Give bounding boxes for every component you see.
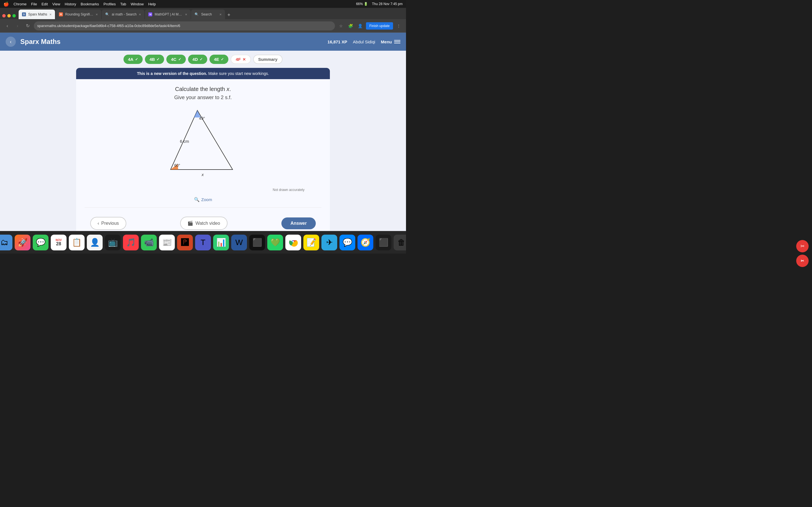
close-window-btn[interactable] — [2, 14, 6, 17]
tab-close-aisearch[interactable]: ✕ — [139, 13, 141, 16]
menu-button[interactable]: Menu — [381, 40, 400, 44]
tab-close-rounding[interactable]: ✕ — [96, 13, 98, 16]
task-tabs: 4A ✓ 4B ✓ 4C ✓ 4D ✓ 4E ✓ 4F ✕ Summary — [0, 51, 406, 68]
dock-notes[interactable]: 📝 — [303, 235, 319, 250]
tab-search[interactable]: 🔍 Search ✕ — [191, 10, 225, 19]
watch-video-label: Watch video — [195, 221, 220, 226]
tab-4b[interactable]: 4B ✓ — [145, 55, 164, 64]
tab-4e-label: 4E — [214, 57, 219, 62]
tab-4a-label: 4A — [128, 57, 133, 62]
dock-news[interactable]: 📰 — [159, 235, 175, 250]
dock-chrome[interactable] — [285, 235, 301, 250]
dock-word[interactable]: W — [231, 235, 247, 250]
bottom-nav: ‹ Previous 🎬 Watch video Answer — [85, 212, 321, 231]
finish-update-button[interactable]: Finish update — [366, 22, 393, 30]
check-icon-4b: ✓ — [156, 57, 160, 61]
dock-music[interactable]: 🎵 — [123, 235, 139, 250]
user-name: Abdul Sidiqi — [353, 40, 375, 44]
tab-title-sparx: Sparx Maths — [28, 12, 47, 16]
previous-button[interactable]: ‹ Previous — [90, 217, 126, 230]
tab-4d[interactable]: 4D ✓ — [188, 55, 207, 64]
menu-help[interactable]: Help — [148, 2, 156, 6]
zoom-label: Zoom — [201, 197, 212, 202]
tab-close-mathgpt[interactable]: ✕ — [185, 13, 187, 16]
answer-button[interactable]: Answer — [282, 217, 316, 229]
dock-reminders[interactable]: 📋 — [69, 235, 85, 250]
tab-favicon-search: 🔍 — [195, 12, 199, 16]
forward-button[interactable]: › — [13, 22, 21, 30]
dock-numbers[interactable]: 📊 — [213, 235, 229, 250]
dock-messages[interactable]: 💬 — [33, 235, 49, 250]
apple-menu[interactable]: 🍎 — [3, 1, 9, 7]
tab-4c[interactable]: 4C ✓ — [166, 55, 186, 64]
reload-button[interactable]: ↻ — [24, 22, 32, 30]
menu-bookmarks[interactable]: Bookmarks — [81, 2, 99, 6]
dock-whatsapp[interactable]: 💚 — [267, 235, 283, 250]
main-content: This is a new version of the question. M… — [0, 68, 406, 231]
bookmark-button[interactable]: ☆ — [337, 22, 345, 30]
menu-window[interactable]: Window — [131, 2, 144, 6]
tab-title-rounding: Rounding Significant Figures... — [65, 12, 93, 16]
cross-icon-4f: ✕ — [243, 57, 246, 62]
dock-safari[interactable]: 🧭 — [357, 235, 373, 250]
video-icon: 🎬 — [188, 221, 193, 226]
maximize-window-btn[interactable] — [12, 14, 16, 17]
menu-history[interactable]: History — [65, 2, 76, 6]
menu-file[interactable]: File — [31, 2, 37, 6]
mac-os-bar: 🍎 Chrome File Edit View History Bookmark… — [0, 0, 406, 8]
check-icon-4d: ✓ — [200, 57, 203, 61]
tab-sparx-maths[interactable]: S Sparx Maths ✕ — [18, 10, 55, 19]
dock: 🗂 🚀 💬 NOV28 📋 👤 📺 🎵 📹 📰 🅿 T 📊 W ⬛ 💚 📝 ✈ … — [0, 231, 406, 253]
back-button[interactable]: ‹ — [3, 22, 11, 30]
tab-4b-label: 4B — [149, 57, 155, 62]
minimize-window-btn[interactable] — [7, 14, 11, 17]
tab-title-mathgpt: MathGPT | AI Math Solver &... — [154, 12, 183, 16]
tab-summary[interactable]: Summary — [253, 55, 283, 64]
zoom-button[interactable]: 🔍 Zoom — [85, 197, 321, 202]
tab-mathgpt[interactable]: M MathGPT | AI Math Solver &... ✕ — [145, 10, 191, 19]
bottom-side-label: x — [201, 172, 204, 177]
dock-launchpad[interactable]: 🚀 — [15, 235, 31, 250]
browser-actions: ☆ 🧩 👤 Finish update ⋮ — [337, 22, 403, 30]
dock-roblox[interactable]: ⬛ — [249, 235, 265, 250]
dock-teams[interactable]: T — [195, 235, 211, 250]
tab-favicon-sparx: S — [22, 12, 26, 16]
mac-bar-right: 66% 🔋 Thu 28 Nov 7:45 pm — [356, 2, 403, 6]
address-bar: ‹ › ↻ ☆ 🧩 👤 Finish update ⋮ — [0, 19, 406, 33]
dock-trash[interactable]: 🗑 — [394, 235, 406, 250]
watch-video-button[interactable]: 🎬 Watch video — [180, 217, 227, 230]
url-input[interactable] — [34, 21, 335, 31]
tab-close-sparx[interactable]: ✕ — [49, 13, 52, 16]
dock-contacts[interactable]: 👤 — [87, 235, 103, 250]
tab-favicon-aisearch: 🔍 — [105, 12, 109, 16]
menu-profiles[interactable]: Profiles — [103, 2, 116, 6]
dock-telegram[interactable]: ✈ — [321, 235, 337, 250]
question-body: Calculate the length x. Give your answer… — [76, 79, 330, 231]
tab-4a[interactable]: 4A ✓ — [123, 55, 143, 64]
dock-facetime[interactable]: 📹 — [141, 235, 157, 250]
tab-aisearch[interactable]: 🔍 ai math - Search ✕ — [102, 10, 144, 19]
check-icon-4e: ✓ — [221, 57, 224, 61]
extensions-button[interactable]: 🧩 — [347, 22, 355, 30]
back-navigation-button[interactable]: ‹ — [6, 37, 16, 47]
tab-close-search[interactable]: ✕ — [219, 13, 221, 16]
tab-4e[interactable]: 4E ✓ — [209, 55, 229, 64]
tab-4f-label: 4F — [236, 57, 241, 62]
dock-calendar[interactable]: NOV28 — [51, 235, 66, 250]
tab-4f[interactable]: 4F ✕ — [231, 55, 251, 64]
menu-tab[interactable]: Tab — [120, 2, 126, 6]
dock-terminal[interactable]: ⬛ — [375, 235, 391, 250]
dock-appletv[interactable]: 📺 — [105, 235, 121, 250]
profile-button[interactable]: 👤 — [356, 22, 364, 30]
dock-messenger[interactable]: 💬 — [340, 235, 355, 250]
menu-view[interactable]: View — [52, 2, 60, 6]
dock-finder[interactable]: 🗂 — [0, 235, 12, 250]
new-tab-button[interactable]: + — [225, 12, 232, 18]
side-label: 6 cm — [180, 139, 189, 144]
chrome-menu-button[interactable]: ⋮ — [395, 22, 403, 30]
tab-favicon-mathgpt: M — [148, 12, 152, 16]
dock-powerpoint[interactable]: 🅿 — [177, 235, 193, 250]
banner-bold: This is a new version of the question. — [137, 71, 207, 76]
tab-rounding[interactable]: R Rounding Significant Figures... ✕ — [56, 10, 101, 19]
menu-edit[interactable]: Edit — [42, 2, 48, 6]
